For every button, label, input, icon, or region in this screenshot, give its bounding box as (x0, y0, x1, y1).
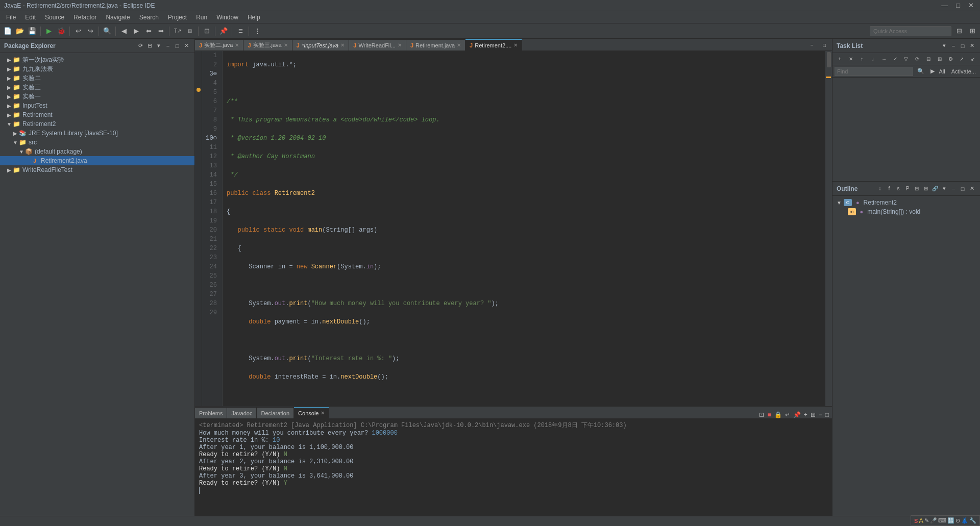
all-button[interactable]: All (937, 68, 947, 74)
tab-close-console[interactable]: ✕ (321, 410, 325, 416)
hierarchy-button[interactable]: ⊞ (184, 26, 195, 37)
outline-hide-statics-button[interactable]: s (894, 185, 902, 193)
package-explorer-collapse-button[interactable]: ⊟ (145, 42, 154, 50)
task-collapse-button[interactable]: ⊟ (923, 54, 934, 65)
outline-item-retirement2[interactable]: ▼ C ● Retirement2 (835, 198, 978, 207)
tab-declaration[interactable]: Declaration (257, 407, 294, 418)
console-scroll-lock-button[interactable]: 🔒 (773, 411, 783, 418)
menu-edit[interactable]: Edit (21, 13, 40, 22)
run-button[interactable]: ▶ (43, 26, 55, 37)
find-input[interactable] (835, 67, 913, 76)
sougou-btn6[interactable]: 👗 (961, 517, 968, 524)
task-import-button[interactable]: ↙ (968, 54, 978, 65)
forward-button[interactable]: ➡ (155, 26, 166, 37)
redo-button[interactable]: ↪ (85, 26, 96, 37)
tab-retirement[interactable]: J Retirement.java ✕ (406, 39, 465, 51)
console-word-wrap-button[interactable]: ↵ (784, 411, 791, 418)
tab-problems[interactable]: Problems (195, 407, 227, 418)
minimize-button[interactable]: — (939, 2, 950, 9)
menu-project[interactable]: Project (164, 13, 191, 22)
sougou-btn3[interactable]: ⌨ (938, 517, 946, 524)
console-pin-button[interactable]: 📌 (792, 411, 802, 418)
code-editor[interactable]: 1 2 3⊖ 4 5 6 7 8 9 10⊖ 11 12 13 14 15 16 (195, 51, 832, 406)
package-explorer-menu-button[interactable]: ▾ (155, 42, 163, 50)
search-toolbar-button[interactable]: 🔍 (102, 26, 113, 37)
tab-close-shiyan2[interactable]: ✕ (235, 42, 239, 48)
editor-scrollbar[interactable] (825, 51, 832, 406)
tree-item-retirement2-java[interactable]: J Retirement2.java (0, 156, 194, 165)
tab-close-inputtest[interactable]: ✕ (340, 42, 345, 48)
task-goto-button[interactable]: → (879, 54, 889, 65)
sougou-btn7[interactable]: 🔧 (969, 517, 976, 524)
tab-close-retirement[interactable]: ✕ (457, 42, 461, 48)
menu-window[interactable]: Window (212, 13, 242, 22)
editor-tab-minimize-button[interactable]: − (806, 39, 818, 51)
tab-writeread[interactable]: J WriteReadFil... ✕ (349, 39, 406, 51)
new-button[interactable]: 📄 (2, 26, 13, 37)
maximize-view-button[interactable]: ⊡ (201, 26, 212, 37)
tree-item-retirement2[interactable]: ▼ 📁 Retirement2 (0, 119, 194, 129)
sougou-btn2[interactable]: 🎤 (930, 517, 937, 524)
task-new-button[interactable]: + (835, 54, 845, 65)
toolbar-open-perspective-button[interactable]: ⊞ (967, 26, 978, 37)
tree-item-first-experiment[interactable]: ▶ 📁 第一次java实验 (0, 55, 194, 64)
tab-shiyan2[interactable]: J 实验二.java ✕ (195, 39, 243, 51)
task-list-close-button[interactable]: ✕ (968, 42, 976, 50)
tree-item-ninenine[interactable]: ▶ 📁 九九乘法表 (0, 64, 194, 73)
console-new-button[interactable]: + (803, 411, 808, 418)
outline-close-button[interactable]: ✕ (968, 185, 976, 193)
outline-hide-nonpublic-button[interactable]: P (903, 185, 912, 193)
task-export-button[interactable]: ↗ (957, 54, 967, 65)
tree-item-retirement[interactable]: ▶ 📁 Retirement (0, 110, 194, 119)
task-list-minimize-button[interactable]: − (949, 42, 958, 50)
menu-search[interactable]: Search (135, 13, 163, 22)
task-down-button[interactable]: ↓ (868, 54, 878, 65)
menu-source[interactable]: Source (41, 13, 68, 22)
close-button[interactable]: ✕ (966, 2, 976, 9)
tree-item-writereadfile[interactable]: ▶ 📁 WriteReadFileTest (0, 165, 194, 174)
toolbar-layout-button[interactable]: ⊟ (953, 26, 965, 37)
sougou-btn1[interactable]: ✎ (924, 517, 929, 524)
tree-item-jre-system[interactable]: ▶ 📚 JRE System Library [JavaSE-10] (0, 129, 194, 138)
debug-button[interactable]: 🐞 (56, 26, 67, 37)
menu-help[interactable]: Help (243, 13, 264, 22)
tree-item-shiyan2[interactable]: ▶ 📁 实验二 (0, 73, 194, 83)
outline-collapse-button[interactable]: ⊟ (913, 185, 921, 193)
console-maximize-button[interactable]: □ (824, 411, 830, 418)
outline-hide-fields-button[interactable]: f (885, 185, 893, 193)
tree-item-src[interactable]: ▼ 📁 src (0, 138, 194, 147)
sougou-btn5[interactable]: ⊙ (955, 517, 960, 524)
tree-item-shiyan1[interactable]: ▶ 📁 实验一 (0, 92, 194, 101)
pin-button[interactable]: 📌 (218, 26, 229, 37)
tab-close-retirement2[interactable]: ✕ (513, 42, 518, 48)
tab-retirement2[interactable]: J Retirement2.... ✕ (465, 39, 522, 51)
package-explorer-minimize-button[interactable]: − (164, 42, 172, 50)
tree-item-inputtest[interactable]: ▶ 📁 InputTest (0, 101, 194, 110)
code-content[interactable]: import java.util.*; /** * This program d… (223, 51, 825, 406)
menu-file[interactable]: File (2, 13, 20, 22)
tree-item-shiyan3[interactable]: ▶ 📁 实验三 (0, 83, 194, 92)
menu-refactor[interactable]: Refactor (69, 13, 101, 22)
tab-inputtest[interactable]: J *InputTest.java ✕ (292, 39, 350, 51)
task-up-button[interactable]: ↑ (857, 54, 867, 65)
task-list-menu-button[interactable]: ▾ (940, 42, 948, 50)
undo-button[interactable]: ↩ (72, 26, 84, 37)
save-button[interactable]: 💾 (27, 26, 38, 37)
tab-close-writeread[interactable]: ✕ (398, 42, 402, 48)
package-explorer-sync-button[interactable]: ⟳ (136, 42, 144, 50)
next-button[interactable]: ▶ (131, 26, 142, 37)
tab-javadoc[interactable]: Javadoc (227, 407, 257, 418)
task-mark-button[interactable]: ✓ (890, 54, 900, 65)
menu-run[interactable]: Run (192, 13, 211, 22)
outline-expand-button[interactable]: ⊞ (922, 185, 930, 193)
menu-navigate[interactable]: Navigate (102, 13, 134, 22)
tab-shiyan3[interactable]: J 实验三.java ✕ (243, 39, 292, 51)
console-minimize-button[interactable]: − (818, 411, 823, 418)
maximize-button[interactable]: □ (954, 2, 962, 9)
outline-menu-button[interactable]: ▾ (940, 185, 948, 193)
outline-sort-button[interactable]: ↕ (876, 185, 884, 193)
tab-console[interactable]: Console ✕ (294, 407, 329, 418)
console-display-button[interactable]: ⊞ (810, 411, 817, 418)
task-list-maximize-button[interactable]: □ (959, 42, 967, 50)
task-expand-button[interactable]: ⊞ (935, 54, 945, 65)
